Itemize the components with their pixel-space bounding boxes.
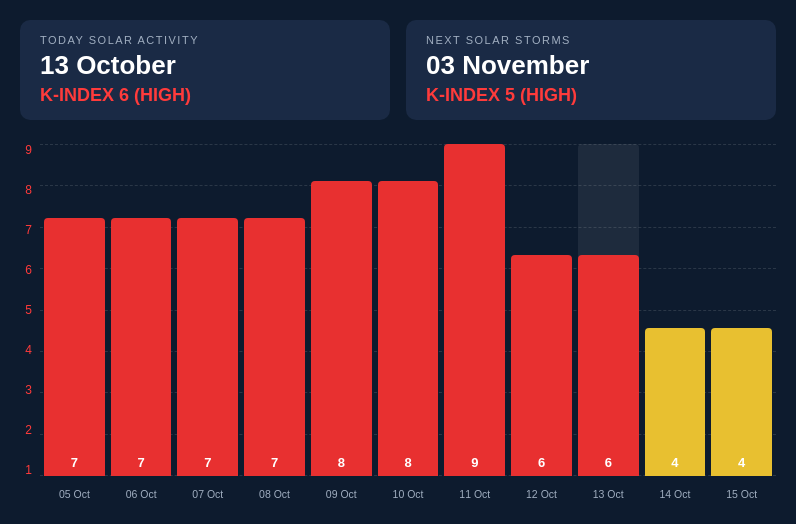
today-label: TODAY SOLAR ACTIVITY <box>40 34 370 46</box>
bar: 9 <box>444 144 505 476</box>
next-k-index-value: 5 <box>505 85 520 105</box>
y-axis-label: 6 <box>20 264 32 276</box>
today-k-index: K-INDEX 6 (HIGH) <box>40 85 370 106</box>
next-label: NEXT SOLAR STORMS <box>426 34 756 46</box>
bar-value: 7 <box>137 455 144 470</box>
y-axis: 123456789 <box>20 144 40 504</box>
bar-group: 809 Oct <box>311 144 372 476</box>
y-axis-label: 4 <box>20 344 32 356</box>
today-k-index-label: K-INDEX <box>40 85 114 105</box>
y-axis-label: 9 <box>20 144 32 156</box>
today-k-index-value: 6 <box>119 85 134 105</box>
bar-group: 705 Oct <box>44 144 105 476</box>
next-k-index: K-INDEX 5 (HIGH) <box>426 85 756 106</box>
bar: 4 <box>711 328 772 476</box>
bar-value: 6 <box>538 455 545 470</box>
bar-label: 13 Oct <box>593 488 624 500</box>
bar: 7 <box>111 218 172 476</box>
chart-inner: 705 Oct706 Oct707 Oct708 Oct809 Oct810 O… <box>40 144 776 504</box>
bar-label: 12 Oct <box>526 488 557 500</box>
bar-group: 911 Oct <box>444 144 505 476</box>
next-k-index-label: K-INDEX <box>426 85 500 105</box>
bar-value: 4 <box>738 455 745 470</box>
bar-value: 7 <box>71 455 78 470</box>
bar-label: 05 Oct <box>59 488 90 500</box>
bar-value: 6 <box>605 455 612 470</box>
bar-label: 15 Oct <box>726 488 757 500</box>
today-date: 13 October <box>40 50 370 81</box>
bar-group: 706 Oct <box>111 144 172 476</box>
bar-label: 06 Oct <box>126 488 157 500</box>
bars-container: 705 Oct706 Oct707 Oct708 Oct809 Oct810 O… <box>40 144 776 476</box>
bar-label: 07 Oct <box>192 488 223 500</box>
bar-group: 613 Oct <box>578 144 639 476</box>
y-axis-label: 8 <box>20 184 32 196</box>
next-card: NEXT SOLAR STORMS 03 November K-INDEX 5 … <box>406 20 776 120</box>
y-axis-label: 1 <box>20 464 32 476</box>
y-axis-label: 2 <box>20 424 32 436</box>
bar: 8 <box>378 181 439 476</box>
bar: 7 <box>44 218 105 476</box>
bar-value: 7 <box>271 455 278 470</box>
bar-group: 612 Oct <box>511 144 572 476</box>
y-axis-label: 3 <box>20 384 32 396</box>
bar: 7 <box>177 218 238 476</box>
today-k-index-level: (HIGH) <box>134 85 191 105</box>
bar-label: 08 Oct <box>259 488 290 500</box>
bar: 8 <box>311 181 372 476</box>
top-cards: TODAY SOLAR ACTIVITY 13 October K-INDEX … <box>20 20 776 120</box>
bar: 4 <box>645 328 706 476</box>
bar-value: 4 <box>671 455 678 470</box>
chart-area: 123456789 705 Oct706 Oct707 Oct708 Oct80… <box>20 144 776 504</box>
bar-value: 7 <box>204 455 211 470</box>
bar-value: 8 <box>338 455 345 470</box>
bar-group: 707 Oct <box>177 144 238 476</box>
bar-group: 708 Oct <box>244 144 305 476</box>
next-k-index-level: (HIGH) <box>520 85 577 105</box>
bar-group: 810 Oct <box>378 144 439 476</box>
bar-group: 414 Oct <box>645 144 706 476</box>
bar: 6 <box>578 255 639 476</box>
bar-label: 09 Oct <box>326 488 357 500</box>
today-card: TODAY SOLAR ACTIVITY 13 October K-INDEX … <box>20 20 390 120</box>
y-axis-label: 7 <box>20 224 32 236</box>
bar-value: 9 <box>471 455 478 470</box>
bar-group: 415 Oct <box>711 144 772 476</box>
bar-value: 8 <box>404 455 411 470</box>
bar-label: 10 Oct <box>393 488 424 500</box>
bar: 6 <box>511 255 572 476</box>
bar-label: 14 Oct <box>660 488 691 500</box>
bar-label: 11 Oct <box>459 488 490 500</box>
next-date: 03 November <box>426 50 756 81</box>
bar: 7 <box>244 218 305 476</box>
y-axis-label: 5 <box>20 304 32 316</box>
